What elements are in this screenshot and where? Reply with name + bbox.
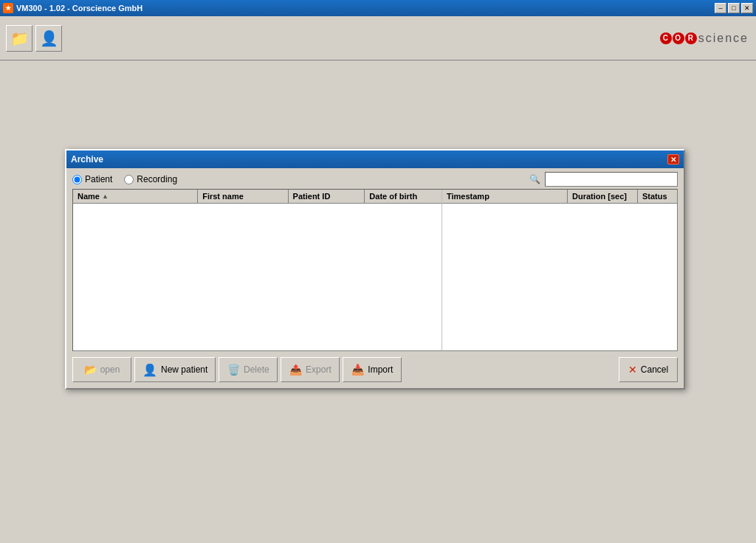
dialog-titlebar: Archive ✕ xyxy=(66,151,684,168)
delete-icon: 🗑️ xyxy=(227,364,240,376)
export-label: Export xyxy=(306,364,331,375)
sort-arrow-icon: ▲ xyxy=(102,193,109,200)
col-name-label: Name xyxy=(78,192,100,201)
import-button[interactable]: 📥 Import xyxy=(343,357,402,382)
col-firstname-header[interactable]: First name xyxy=(198,190,288,203)
dialog-content: Patient Recording 🔍 xyxy=(66,168,684,388)
toolbar-person-button[interactable]: 👤 xyxy=(35,25,62,52)
patient-radio[interactable] xyxy=(72,175,82,184)
search-input[interactable] xyxy=(545,172,678,187)
toolbar-folder-button[interactable]: 📁 xyxy=(6,25,32,52)
logo-text: science xyxy=(698,32,749,45)
import-label: Import xyxy=(368,364,393,375)
buttons-row: 📂 open 👤 New patient 🗑️ Delete 📤 Export xyxy=(72,357,678,382)
col-name-header[interactable]: Name ▲ xyxy=(73,190,198,203)
col-status-label: Status xyxy=(642,192,667,201)
col-status-header[interactable]: Status xyxy=(638,190,677,203)
title-bar-buttons: – □ ✕ xyxy=(715,3,753,13)
right-table: Timestamp Duration [sec] Status xyxy=(442,190,677,350)
delete-button[interactable]: 🗑️ Delete xyxy=(219,357,278,382)
restore-button[interactable]: □ xyxy=(728,3,740,13)
recording-radio-label[interactable]: Recording xyxy=(124,174,177,184)
left-table-header: Name ▲ First name Patient ID Date of bir… xyxy=(73,190,441,204)
logo-dot-c: C xyxy=(660,32,672,44)
col-duration-header[interactable]: Duration [sec] xyxy=(568,190,638,203)
title-bar-left: ★ VM300 - 1.02 - Corscience GmbH xyxy=(3,3,142,13)
window-title: VM300 - 1.02 - Corscience GmbH xyxy=(16,4,142,13)
open-icon: 📂 xyxy=(84,364,97,376)
col-timestamp-label: Timestamp xyxy=(447,192,489,201)
minimize-button[interactable]: – xyxy=(715,3,726,13)
col-firstname-label: First name xyxy=(202,192,244,201)
open-button[interactable]: 📂 open xyxy=(72,357,131,382)
title-bar: ★ VM300 - 1.02 - Corscience GmbH – □ ✕ xyxy=(0,0,756,16)
folder-icon: 📁 xyxy=(10,30,29,47)
new-patient-icon: 👤 xyxy=(142,363,157,377)
recording-radio-text: Recording xyxy=(137,174,177,184)
col-dob-label: Date of birth xyxy=(369,192,417,201)
new-patient-button[interactable]: 👤 New patient xyxy=(134,357,216,382)
new-patient-label: New patient xyxy=(161,364,207,375)
tables-container: Name ▲ First name Patient ID Date of bir… xyxy=(72,189,678,351)
recording-radio[interactable] xyxy=(124,175,134,184)
toolbar: 📁 👤 C O R science xyxy=(0,16,756,60)
col-patientid-header[interactable]: Patient ID xyxy=(289,190,365,203)
col-timestamp-header[interactable]: Timestamp xyxy=(442,190,568,203)
main-area: Archive ✕ Patient Recording 🔍 xyxy=(0,60,756,543)
col-duration-label: Duration [sec] xyxy=(572,192,627,201)
app-icon: ★ xyxy=(3,3,13,13)
col-dob-header[interactable]: Date of birth xyxy=(365,190,441,203)
import-icon: 📥 xyxy=(351,364,364,376)
corscience-logo: C O R science xyxy=(660,32,749,45)
patient-radio-text: Patient xyxy=(85,174,112,184)
logo-dot-o: O xyxy=(673,32,684,44)
search-area: 🔍 xyxy=(527,172,678,187)
dialog-title: Archive xyxy=(71,154,103,165)
radio-row: Patient Recording 🔍 xyxy=(72,174,678,184)
dialog-close-button[interactable]: ✕ xyxy=(667,154,679,165)
delete-label: Delete xyxy=(244,364,269,375)
close-button[interactable]: ✕ xyxy=(741,3,753,13)
open-label: open xyxy=(100,364,120,375)
left-table: Name ▲ First name Patient ID Date of bir… xyxy=(73,190,442,350)
cancel-icon: ✕ xyxy=(628,364,637,376)
logo-cor-dots: C O R xyxy=(660,32,697,44)
search-icon: 🔍 xyxy=(527,172,542,187)
export-button[interactable]: 📤 Export xyxy=(281,357,340,382)
right-table-body xyxy=(442,204,677,350)
person-icon: 👤 xyxy=(40,30,58,47)
patient-radio-label[interactable]: Patient xyxy=(72,174,112,184)
right-table-header: Timestamp Duration [sec] Status xyxy=(442,190,677,204)
archive-dialog: Archive ✕ Patient Recording 🔍 xyxy=(65,149,685,390)
export-icon: 📤 xyxy=(289,364,302,376)
col-patientid-label: Patient ID xyxy=(293,192,331,201)
cancel-label: Cancel xyxy=(641,364,668,375)
left-table-body xyxy=(73,204,441,350)
logo-dot-r: R xyxy=(685,32,697,44)
cancel-button[interactable]: ✕ Cancel xyxy=(619,357,678,382)
